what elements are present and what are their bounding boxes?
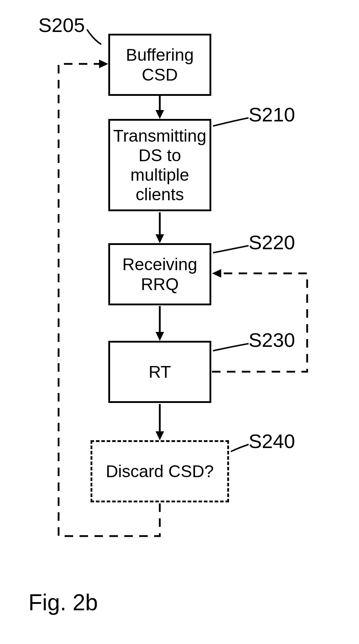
edge-s230-s220-loop	[212, 273, 307, 372]
node-s230-text: RT	[148, 362, 171, 382]
node-s205-text: Buffering CSD	[113, 45, 207, 84]
label-s240: S240	[249, 430, 295, 453]
node-s210: Transmitting DS to multiple clients	[108, 119, 211, 211]
arrowhead-s230-s220-loop	[212, 269, 221, 278]
lead-s205	[87, 29, 101, 44]
node-s220: Receiving RRQ	[108, 243, 211, 305]
arrowhead-s210-s220	[156, 234, 164, 243]
arrowhead-s220-s230	[156, 332, 164, 341]
node-s240: Discard CSD?	[91, 440, 229, 502]
label-s230: S230	[249, 328, 295, 351]
flowchart-canvas: S205 S210 S220 S230 S240 Buffering CSD T…	[0, 0, 359, 644]
arrowhead-s230-s240	[156, 431, 164, 440]
label-s220: S220	[249, 231, 295, 254]
arrowhead-s240-s205-loop	[99, 60, 108, 68]
node-s205: Buffering CSD	[108, 34, 211, 96]
node-s230: RT	[108, 341, 211, 403]
figure-caption: Fig. 2b	[28, 589, 98, 616]
node-s220-text: Receiving RRQ	[113, 255, 207, 294]
node-s210-text: Transmitting DS to multiple clients	[113, 126, 207, 204]
lead-s240	[231, 444, 249, 452]
lead-s220	[213, 246, 249, 253]
arrowhead-s205-s210	[156, 110, 164, 119]
connectors-overlay	[0, 0, 359, 644]
label-s205: S205	[38, 13, 85, 37]
lead-s230	[213, 344, 249, 351]
node-s240-text: Discard CSD?	[106, 462, 214, 481]
label-s210: S210	[249, 103, 295, 126]
lead-s210	[213, 118, 249, 126]
